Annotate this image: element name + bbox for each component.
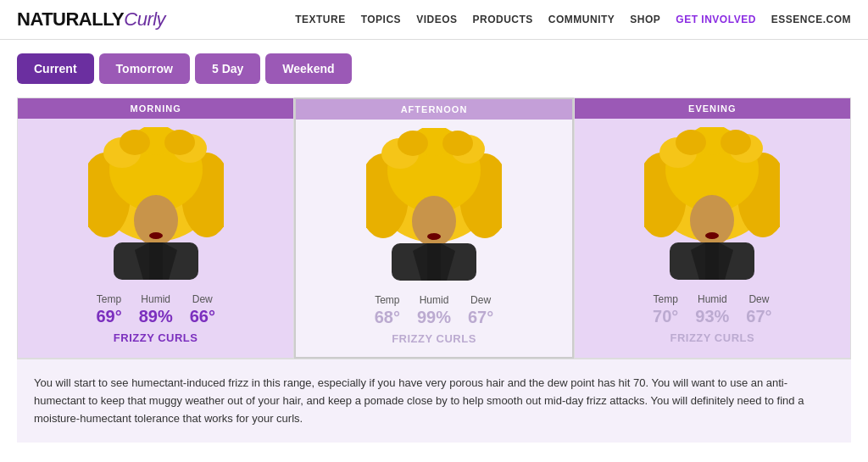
afternoon-temp-value: 68° bbox=[375, 308, 400, 326]
site-header: NATURALLYCurly TEXTURE TOPICS VIDEOS PRO… bbox=[0, 0, 868, 40]
evening-temp-label: Temp bbox=[653, 293, 678, 305]
afternoon-figure bbox=[358, 128, 510, 281]
main-content: Current Tomorrow 5 Day Weekend MORNING bbox=[0, 40, 868, 456]
afternoon-humid-label: Humid bbox=[417, 294, 451, 306]
afternoon-dew-value: 67° bbox=[468, 308, 493, 326]
site-logo[interactable]: NATURALLYCurly bbox=[17, 8, 165, 31]
evening-stats: Temp 70° Humid 93% Dew 67° bbox=[588, 293, 837, 326]
nav-community[interactable]: COMMUNITY bbox=[548, 14, 615, 25]
logo-text-plain: NATURALLY bbox=[17, 8, 124, 30]
svg-point-40 bbox=[721, 130, 751, 155]
afternoon-dew-label: Dew bbox=[468, 294, 493, 306]
svg-point-7 bbox=[120, 130, 150, 155]
evening-figure-svg bbox=[644, 127, 780, 280]
panel-morning-body: Temp 69° Humid 89% Dew 66° FRIZZY CURLS bbox=[18, 119, 293, 356]
svg-rect-45 bbox=[705, 242, 719, 280]
tab-weekend[interactable]: Weekend bbox=[265, 53, 351, 84]
svg-point-23 bbox=[398, 131, 428, 156]
morning-humid-value: 89% bbox=[139, 307, 173, 326]
evening-humid: Humid 93% bbox=[695, 293, 729, 326]
morning-figure-svg bbox=[88, 127, 224, 280]
nav-topics[interactable]: TOPICS bbox=[361, 14, 401, 25]
nav-shop[interactable]: SHOP bbox=[630, 14, 660, 25]
evening-temp: Temp 70° bbox=[653, 293, 678, 326]
panel-morning: MORNING bbox=[17, 97, 294, 359]
morning-figure bbox=[80, 127, 232, 280]
svg-point-27 bbox=[427, 233, 441, 240]
nav-videos[interactable]: VIDEOS bbox=[416, 14, 457, 25]
afternoon-temp: Temp 68° bbox=[375, 294, 400, 327]
morning-temp-value: 69° bbox=[96, 307, 121, 326]
nav-get-involved[interactable]: GET INVOLVED bbox=[676, 14, 755, 25]
morning-temp: Temp 69° bbox=[96, 293, 121, 326]
afternoon-temp-label: Temp bbox=[375, 294, 400, 306]
logo-text-curly: Curly bbox=[124, 8, 165, 30]
tab-current[interactable]: Current bbox=[17, 53, 94, 84]
morning-dew-value: 66° bbox=[190, 307, 215, 326]
svg-rect-13 bbox=[149, 242, 163, 280]
evening-dew: Dew 67° bbox=[746, 293, 771, 326]
nav-essence[interactable]: ESSENCE.COM bbox=[771, 14, 851, 25]
evening-humid-label: Humid bbox=[695, 293, 729, 305]
afternoon-stats: Temp 68° Humid 99% Dew 67° bbox=[309, 294, 558, 327]
panel-evening-header: EVENING bbox=[575, 98, 850, 119]
evening-hair-type: FRIZZY CURLS bbox=[670, 331, 754, 344]
panel-evening-body: Temp 70° Humid 93% Dew 67° FRIZZY CURLS bbox=[575, 119, 850, 356]
nav-products[interactable]: PRODUCTS bbox=[473, 14, 533, 25]
morning-dew: Dew 66° bbox=[190, 293, 215, 326]
weather-panels: MORNING bbox=[17, 97, 851, 359]
svg-point-11 bbox=[149, 232, 163, 239]
morning-humid-label: Humid bbox=[139, 293, 173, 305]
evening-humid-value: 93% bbox=[695, 307, 729, 326]
svg-point-39 bbox=[676, 130, 706, 155]
panel-morning-header: MORNING bbox=[18, 98, 293, 119]
evening-dew-value: 67° bbox=[746, 307, 771, 326]
panel-evening: EVENING bbox=[574, 97, 851, 359]
evening-temp-value: 70° bbox=[653, 307, 678, 326]
afternoon-dew: Dew 67° bbox=[468, 294, 493, 327]
weather-description: You will start to see humectant-induced … bbox=[17, 359, 851, 443]
panel-afternoon-header: AFTERNOON bbox=[296, 99, 571, 120]
afternoon-hair-type: FRIZZY CURLS bbox=[392, 332, 476, 345]
morning-stats: Temp 69° Humid 89% Dew 66° bbox=[31, 293, 280, 326]
main-nav: TEXTURE TOPICS VIDEOS PRODUCTS COMMUNITY… bbox=[295, 14, 851, 25]
svg-point-43 bbox=[705, 232, 719, 239]
morning-temp-label: Temp bbox=[96, 293, 121, 305]
afternoon-humid-value: 99% bbox=[417, 308, 451, 326]
evening-dew-label: Dew bbox=[746, 293, 771, 305]
tab-tomorrow[interactable]: Tomorrow bbox=[99, 53, 190, 84]
panel-afternoon-body: Temp 68° Humid 99% Dew 67° FRIZZY CURLS bbox=[296, 120, 571, 357]
description-text: You will start to see humectant-induced … bbox=[34, 375, 834, 427]
tab-bar: Current Tomorrow 5 Day Weekend bbox=[17, 53, 851, 84]
svg-rect-29 bbox=[427, 243, 441, 281]
afternoon-humid: Humid 99% bbox=[417, 294, 451, 327]
morning-hair-type: FRIZZY CURLS bbox=[114, 331, 198, 344]
afternoon-figure-svg bbox=[366, 128, 502, 281]
svg-point-24 bbox=[442, 131, 473, 156]
evening-figure bbox=[636, 127, 788, 280]
tab-5day[interactable]: 5 Day bbox=[195, 53, 260, 84]
morning-humid: Humid 89% bbox=[139, 293, 173, 326]
nav-texture[interactable]: TEXTURE bbox=[295, 14, 346, 25]
morning-dew-label: Dew bbox=[190, 293, 215, 305]
svg-point-8 bbox=[164, 130, 195, 155]
panel-afternoon: AFTERNOON bbox=[294, 97, 573, 359]
